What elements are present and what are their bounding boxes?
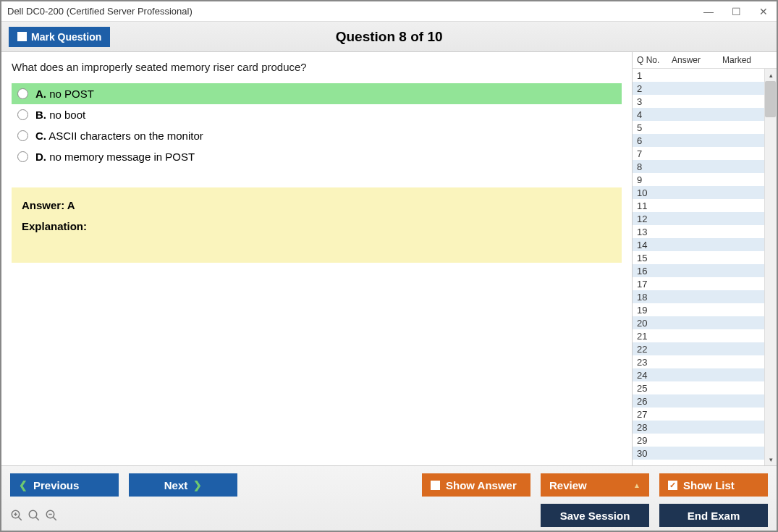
app-window: Dell DC0-200 (Certified Server Professio…	[0, 0, 778, 532]
options-list: A. no POSTB. no bootC. ASCII characters …	[12, 83, 622, 167]
table-row[interactable]: 26	[633, 394, 777, 408]
option-label: D. no memory message in POST	[35, 151, 195, 163]
qtable-header: Q No. Answer Marked	[633, 52, 777, 69]
question-content: What does an improperly seated memory ri…	[1, 52, 632, 465]
show-list-button[interactable]: ✓ Show List	[659, 473, 768, 497]
table-row[interactable]: 18	[633, 290, 777, 303]
show-list-label: Show List	[683, 479, 735, 491]
zoom-reset-icon[interactable]	[28, 509, 41, 522]
option-d[interactable]: D. no memory message in POST	[12, 146, 622, 167]
window-title: Dell DC0-200 (Certified Server Professio…	[7, 6, 701, 17]
checkbox-empty-icon	[17, 32, 27, 41]
table-row[interactable]: 7	[633, 147, 777, 160]
save-session-label: Save Session	[560, 510, 630, 522]
button-row-2: Save Session End Exam	[10, 504, 768, 527]
radio-icon	[17, 130, 28, 141]
titlebar: Dell DC0-200 (Certified Server Professio…	[1, 1, 777, 22]
show-answer-label: Show Answer	[446, 479, 517, 491]
mark-question-button[interactable]: Mark Question	[9, 27, 110, 47]
table-row[interactable]: 11	[633, 199, 777, 212]
minimize-button[interactable]: —	[701, 6, 716, 17]
option-a[interactable]: A. no POST	[12, 83, 622, 104]
next-label: Next	[164, 479, 188, 491]
option-label: B. no boot	[35, 109, 85, 121]
scrollbar[interactable]: ▴ ▾	[764, 69, 777, 465]
zoom-controls	[10, 509, 58, 522]
window-controls: — ☐ ✕	[701, 6, 771, 17]
header-answer: Answer	[672, 55, 722, 65]
svg-line-1	[18, 517, 22, 520]
chevron-up-icon: ▲	[633, 481, 640, 489]
table-row[interactable]: 19	[633, 303, 777, 316]
svg-line-5	[35, 517, 39, 520]
table-row[interactable]: 2	[633, 82, 777, 95]
table-row[interactable]: 5	[633, 121, 777, 134]
header-bar: Mark Question Question 8 of 10	[1, 22, 777, 52]
option-c[interactable]: C. ASCII characters on the monitor	[12, 125, 622, 146]
table-row[interactable]: 25	[633, 381, 777, 394]
svg-point-4	[29, 510, 37, 518]
table-row[interactable]: 13	[633, 225, 777, 238]
header-qno: Q No.	[637, 55, 672, 65]
next-button[interactable]: Next ❯	[129, 473, 237, 497]
maximize-button[interactable]: ☐	[729, 6, 743, 17]
previous-label: Previous	[33, 479, 79, 491]
table-row[interactable]: 21	[633, 329, 777, 342]
table-row[interactable]: 12	[633, 212, 777, 225]
end-exam-label: End Exam	[688, 510, 740, 522]
chevron-left-icon: ❮	[19, 479, 28, 491]
main-area: What does an improperly seated memory ri…	[1, 52, 777, 465]
table-row[interactable]: 24	[633, 368, 777, 381]
table-row[interactable]: 1	[633, 69, 777, 82]
svg-line-7	[53, 517, 56, 520]
table-row[interactable]: 29	[633, 434, 777, 447]
end-exam-button[interactable]: End Exam	[659, 504, 768, 527]
save-session-button[interactable]: Save Session	[541, 504, 649, 527]
question-text: What does an improperly seated memory ri…	[12, 61, 622, 73]
table-row[interactable]: 15	[633, 251, 777, 264]
radio-icon	[17, 109, 28, 120]
table-row[interactable]: 23	[633, 355, 777, 368]
header-marked: Marked	[722, 55, 772, 65]
radio-icon	[17, 88, 28, 99]
table-row[interactable]: 4	[633, 108, 777, 121]
zoom-in-icon[interactable]	[10, 509, 23, 522]
scroll-thumb[interactable]	[765, 81, 776, 117]
table-row[interactable]: 30	[633, 447, 777, 460]
option-b[interactable]: B. no boot	[12, 104, 622, 125]
table-row[interactable]: 27	[633, 408, 777, 421]
table-row[interactable]: 9	[633, 173, 777, 186]
table-row[interactable]: 3	[633, 95, 777, 108]
option-label: C. ASCII characters on the monitor	[35, 130, 203, 142]
table-row[interactable]: 28	[633, 421, 777, 434]
explanation-label: Explanation:	[22, 220, 612, 232]
option-label: A. no POST	[35, 88, 94, 100]
chevron-right-icon: ❯	[193, 479, 202, 491]
button-row-1: ❮ Previous Next ❯ Show Answer Review ▲ ✓…	[10, 473, 768, 497]
checkbox-checked-icon: ✓	[668, 481, 677, 490]
answer-label: Answer: A	[22, 199, 612, 211]
review-label: Review	[549, 479, 587, 491]
table-row[interactable]: 16	[633, 264, 777, 277]
table-row[interactable]: 22	[633, 342, 777, 355]
radio-icon	[17, 151, 28, 162]
qtable-body[interactable]: 1234567891011121314151617181920212223242…	[633, 69, 777, 465]
table-row[interactable]: 17	[633, 277, 777, 290]
bottom-bar: ❮ Previous Next ❯ Show Answer Review ▲ ✓…	[1, 465, 777, 531]
scroll-down-icon[interactable]: ▾	[765, 453, 777, 465]
table-row[interactable]: 6	[633, 134, 777, 147]
table-row[interactable]: 14	[633, 238, 777, 251]
review-button[interactable]: Review ▲	[541, 473, 649, 497]
checkbox-empty-icon	[431, 481, 440, 490]
zoom-out-icon[interactable]	[45, 509, 58, 522]
table-row[interactable]: 10	[633, 186, 777, 199]
question-counter: Question 8 of 10	[110, 29, 668, 45]
table-row[interactable]: 8	[633, 160, 777, 173]
close-button[interactable]: ✕	[756, 6, 771, 17]
answer-box: Answer: A Explanation:	[12, 187, 622, 263]
table-row[interactable]: 20	[633, 316, 777, 329]
previous-button[interactable]: ❮ Previous	[10, 473, 119, 497]
scroll-up-icon[interactable]: ▴	[765, 69, 777, 81]
question-list-panel: Q No. Answer Marked 12345678910111213141…	[632, 52, 777, 465]
show-answer-button[interactable]: Show Answer	[422, 473, 530, 497]
